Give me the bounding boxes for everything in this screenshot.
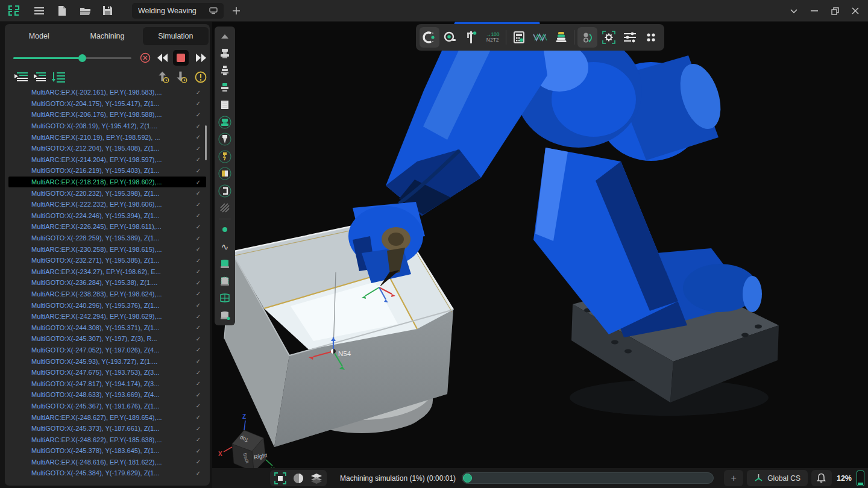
progress-thumb[interactable] bbox=[463, 474, 472, 483]
move-down-timed-button[interactable] bbox=[174, 69, 189, 85]
command-row[interactable]: MultiARC:EP.X(-238.283), EP.Y(-198.624),… bbox=[8, 289, 206, 300]
command-row[interactable]: MultiGOTO:X(-224.246), Y(-195.394), Z(1.… bbox=[8, 210, 206, 222]
playback-slider[interactable] bbox=[13, 57, 131, 59]
command-row[interactable]: MultiGOTO:X(-245.367), Y(-191.676), Z(1.… bbox=[8, 401, 206, 412]
tool-torch-icon[interactable] bbox=[218, 133, 232, 146]
command-row[interactable]: MultiGOTO:X(-245.373), Y(-187.661), Z(1.… bbox=[8, 423, 206, 434]
check-icon: ✓ bbox=[190, 179, 206, 186]
command-row[interactable]: MultiGOTO:X(-204.175), Y(-195.417), Z(1.… bbox=[8, 98, 206, 110]
machine-head-icon[interactable] bbox=[218, 47, 232, 60]
minimize-button[interactable] bbox=[804, 3, 825, 19]
curve-icon[interactable]: ∿ bbox=[218, 240, 232, 254]
command-row[interactable]: MultiGOTO:X(-212.204), Y(-195.408), Z(1.… bbox=[8, 143, 206, 154]
add-tab-button[interactable] bbox=[227, 3, 245, 19]
command-row[interactable]: MultiGOTO:X(-245.378), Y(-183.645), Z(1.… bbox=[8, 445, 206, 457]
apps-grid-button[interactable] bbox=[641, 27, 661, 48]
scroll-up-icon[interactable] bbox=[218, 30, 232, 43]
command-row[interactable]: MultiARC:EP.X(-248.627), EP.Y(-189.654),… bbox=[8, 411, 206, 423]
surface-dashed-icon[interactable] bbox=[218, 275, 232, 288]
numbered-list-button[interactable] bbox=[51, 69, 66, 85]
snap-magnet-button[interactable] bbox=[420, 27, 439, 48]
machine-settings-button[interactable] bbox=[599, 27, 618, 48]
machine-active-icon[interactable] bbox=[218, 116, 232, 129]
reset-simulation-button[interactable] bbox=[137, 50, 153, 66]
command-row[interactable]: MultiARC:EP.X(-218.218), EP.Y(-198.602),… bbox=[8, 177, 206, 188]
command-row[interactable]: MultiARC:EP.X(-234.27), EP.Y(-198.62), E… bbox=[8, 266, 206, 278]
simulation-progress-slider[interactable] bbox=[462, 472, 714, 484]
tool-holder-icon[interactable] bbox=[218, 167, 232, 180]
tool-electrode-icon[interactable] bbox=[218, 150, 232, 163]
new-document-button[interactable] bbox=[53, 3, 71, 19]
open-project-button[interactable] bbox=[76, 3, 94, 19]
fit-view-button[interactable] bbox=[272, 471, 288, 486]
workpiece-icon[interactable] bbox=[218, 98, 232, 111]
main-menu-button[interactable] bbox=[30, 3, 48, 19]
surface-point-icon[interactable] bbox=[218, 309, 232, 322]
fast-forward-button[interactable] bbox=[193, 50, 209, 66]
mesh-surface-icon[interactable] bbox=[218, 292, 232, 305]
command-row[interactable]: MultiGOTO:X(-228.259), Y(-195.389), Z(1.… bbox=[8, 233, 206, 244]
command-row[interactable]: MultiARC:EP.X(-226.245), EP.Y(-198.611),… bbox=[8, 221, 206, 233]
viewport-3d[interactable]: N54 Top Right Back Z X Y bbox=[212, 22, 868, 488]
parameters-button[interactable] bbox=[620, 27, 640, 48]
global-cs-button[interactable]: Global CS bbox=[747, 470, 808, 486]
playback-slider-thumb[interactable] bbox=[78, 54, 86, 62]
document-tab[interactable]: Welding Weaving bbox=[132, 3, 224, 19]
command-row[interactable]: MultiGOTO:X(-220.232), Y(-195.398), Z(1.… bbox=[8, 187, 206, 199]
command-row[interactable]: MultiGOTO:X(-245.384), Y(-179.629), Z(1.… bbox=[8, 468, 206, 479]
command-text: MultiGOTO:X(-244.308), Y(-195.371), Z(1.… bbox=[31, 324, 190, 331]
command-row[interactable]: MultiARC:EP.X(-242.294), EP.Y(-198.629),… bbox=[8, 311, 206, 322]
command-row[interactable]: MultiARC:EP.X(-222.232), EP.Y(-198.606),… bbox=[8, 199, 206, 210]
list-scrollbar[interactable] bbox=[205, 125, 207, 160]
command-row[interactable]: MultiGOTO:X(-240.296), Y(-195.376), Z(1.… bbox=[8, 299, 206, 311]
command-row[interactable]: MultiGOTO:X(-247.052), Y(-197.026), Z(4.… bbox=[8, 345, 206, 356]
shading-mode-button[interactable] bbox=[309, 471, 324, 486]
command-row[interactable]: MultiARC:EP.X(-230.258), EP.Y(-198.615),… bbox=[8, 243, 206, 255]
fixture-icon[interactable] bbox=[218, 184, 232, 198]
command-row[interactable]: MultiARC:EP.X(-206.176), EP.Y(-198.588),… bbox=[8, 109, 206, 120]
stop-button[interactable] bbox=[173, 50, 189, 66]
tab-model[interactable]: Model bbox=[6, 27, 72, 45]
command-row[interactable]: MultiGOTO:X(-245.307), Y(-197), Z(3), R.… bbox=[8, 333, 206, 345]
go-to-current-line-button[interactable] bbox=[13, 69, 29, 85]
command-row[interactable]: MultiGOTO:X(-247.675), Y(-193.753), Z(3.… bbox=[8, 367, 206, 378]
caliper-button[interactable] bbox=[462, 27, 482, 48]
simulation-mode-button[interactable] bbox=[577, 27, 597, 48]
command-row[interactable]: MultiARC:EP.X(-248.616), EP.Y(-181.622),… bbox=[8, 457, 206, 468]
view-sphere-button[interactable] bbox=[291, 471, 306, 486]
close-button[interactable] bbox=[845, 3, 866, 19]
machine-tool-green-icon[interactable] bbox=[218, 81, 232, 95]
calculator-button[interactable] bbox=[509, 27, 529, 48]
go-to-selected-line-button[interactable] bbox=[31, 69, 47, 85]
hatch-section-icon[interactable] bbox=[218, 201, 232, 214]
command-row[interactable]: MultiARC:EP.X(-202.161), EP.Y(-198.583),… bbox=[8, 87, 206, 98]
command-row[interactable]: MultiGOTO:X(-247.817), Y(-194.174), Z(3.… bbox=[8, 378, 206, 389]
restore-button[interactable] bbox=[825, 3, 845, 19]
notifications-button[interactable] bbox=[811, 470, 832, 486]
weld-stack-button[interactable] bbox=[552, 27, 571, 48]
command-row[interactable]: MultiGOTO:X(-245.93), Y(-193.727), Z(1..… bbox=[8, 355, 206, 367]
waveform-button[interactable] bbox=[530, 27, 550, 48]
command-row[interactable]: MultiGOTO:X(-236.284), Y(-195.38), Z(1..… bbox=[8, 277, 206, 289]
command-row[interactable]: MultiGOTO:X(-208.19), Y(-195.412), Z(1..… bbox=[8, 120, 206, 132]
command-row[interactable]: MultiGOTO:X(-248.633), Y(-193.669), Z(4.… bbox=[8, 389, 206, 401]
command-row[interactable]: MultiGOTO:X(-216.219), Y(-195.403), Z(1.… bbox=[8, 165, 206, 177]
point-icon[interactable] bbox=[218, 223, 232, 236]
command-row[interactable]: MultiARC:EP.X(-214.204), EP.Y(-198.597),… bbox=[8, 154, 206, 166]
goto-frame-button[interactable]: →100N2T2 bbox=[483, 27, 503, 48]
add-cs-button[interactable]: + bbox=[724, 470, 743, 486]
command-row[interactable]: MultiARC:EP.X(-248.622), EP.Y(-185.638),… bbox=[8, 434, 206, 445]
command-row[interactable]: MultiGOTO:X(-244.308), Y(-195.371), Z(1.… bbox=[8, 322, 206, 333]
warnings-button[interactable] bbox=[193, 69, 209, 85]
command-row[interactable]: MultiGOTO:X(-232.271), Y(-195.385), Z(1.… bbox=[8, 255, 206, 266]
move-up-timed-button[interactable] bbox=[156, 69, 171, 85]
measure-tape-button[interactable] bbox=[441, 27, 461, 48]
surface-green-icon[interactable] bbox=[218, 257, 232, 271]
collapse-window-button[interactable] bbox=[784, 3, 804, 19]
save-project-button[interactable] bbox=[98, 3, 116, 19]
rewind-button[interactable] bbox=[155, 50, 171, 66]
command-row[interactable]: MultiARC:EP.X(-210.19), EP.Y(-198.592), … bbox=[8, 131, 206, 143]
tab-machining[interactable]: Machining bbox=[74, 27, 140, 45]
tab-simulation[interactable]: Simulation bbox=[143, 27, 209, 45]
machine-spindle-icon[interactable] bbox=[218, 64, 232, 77]
